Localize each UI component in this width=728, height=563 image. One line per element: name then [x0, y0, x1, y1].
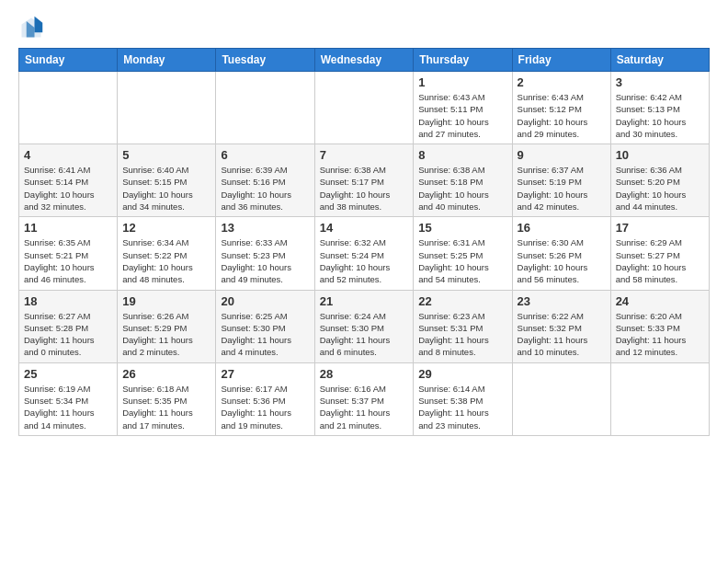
- day-number: 5: [122, 148, 210, 162]
- day-info: Sunrise: 6:17 AM Sunset: 5:36 PM Dayligh…: [221, 383, 309, 431]
- day-info: Sunrise: 6:36 AM Sunset: 5:20 PM Dayligh…: [616, 164, 704, 213]
- day-info: Sunrise: 6:41 AM Sunset: 5:14 PM Dayligh…: [24, 164, 112, 213]
- day-number: 11: [24, 221, 112, 235]
- logo: [18, 15, 48, 40]
- calendar-day-header: Monday: [118, 49, 216, 72]
- calendar-day-header: Tuesday: [216, 49, 314, 72]
- day-number: 20: [221, 294, 309, 308]
- day-info: Sunrise: 6:16 AM Sunset: 5:37 PM Dayligh…: [320, 383, 409, 431]
- day-number: 21: [320, 294, 409, 308]
- day-info: Sunrise: 6:38 AM Sunset: 5:17 PM Dayligh…: [320, 164, 409, 213]
- calendar-day-cell: 13Sunrise: 6:33 AM Sunset: 5:23 PM Dayli…: [216, 217, 314, 290]
- day-info: Sunrise: 6:43 AM Sunset: 5:12 PM Dayligh…: [518, 91, 606, 140]
- calendar-day-cell: 14Sunrise: 6:32 AM Sunset: 5:24 PM Dayli…: [314, 217, 414, 290]
- day-number: 9: [518, 148, 606, 162]
- page-header: [18, 15, 710, 40]
- calendar-day-cell: 18Sunrise: 6:27 AM Sunset: 5:28 PM Dayli…: [19, 290, 118, 362]
- day-info: Sunrise: 6:20 AM Sunset: 5:33 PM Dayligh…: [616, 310, 704, 359]
- day-number: 25: [24, 367, 112, 381]
- calendar-week-row: 11Sunrise: 6:35 AM Sunset: 5:21 PM Dayli…: [19, 217, 710, 290]
- day-info: Sunrise: 6:34 AM Sunset: 5:22 PM Dayligh…: [122, 236, 210, 285]
- day-info: Sunrise: 6:42 AM Sunset: 5:13 PM Dayligh…: [616, 91, 704, 140]
- calendar-day-header: Sunday: [19, 49, 118, 72]
- day-number: 28: [320, 367, 409, 381]
- calendar-table: SundayMondayTuesdayWednesdayThursdayFrid…: [18, 48, 710, 436]
- day-number: 10: [616, 148, 704, 162]
- day-info: Sunrise: 6:24 AM Sunset: 5:30 PM Dayligh…: [320, 310, 409, 359]
- day-number: 23: [518, 294, 606, 308]
- day-number: 7: [320, 148, 409, 162]
- calendar-week-row: 25Sunrise: 6:19 AM Sunset: 5:34 PM Dayli…: [19, 362, 710, 435]
- calendar-day-cell: 22Sunrise: 6:23 AM Sunset: 5:31 PM Dayli…: [414, 290, 512, 362]
- day-info: Sunrise: 6:14 AM Sunset: 5:38 PM Dayligh…: [418, 383, 506, 431]
- calendar-day-cell: 15Sunrise: 6:31 AM Sunset: 5:25 PM Dayli…: [414, 217, 512, 290]
- calendar-day-cell: 28Sunrise: 6:16 AM Sunset: 5:37 PM Dayli…: [314, 362, 414, 435]
- day-number: 1: [418, 75, 506, 89]
- day-number: 17: [616, 221, 704, 235]
- day-number: 13: [221, 221, 309, 235]
- day-number: 22: [418, 294, 506, 308]
- calendar-day-cell: 24Sunrise: 6:20 AM Sunset: 5:33 PM Dayli…: [610, 290, 709, 362]
- calendar-day-cell: [512, 362, 610, 435]
- calendar-day-cell: 3Sunrise: 6:42 AM Sunset: 5:13 PM Daylig…: [610, 72, 709, 144]
- calendar-day-cell: 27Sunrise: 6:17 AM Sunset: 5:36 PM Dayli…: [216, 362, 314, 435]
- day-number: 4: [24, 148, 112, 162]
- day-info: Sunrise: 6:19 AM Sunset: 5:34 PM Dayligh…: [24, 383, 112, 431]
- calendar-day-cell: 1Sunrise: 6:43 AM Sunset: 5:11 PM Daylig…: [414, 72, 512, 144]
- day-number: 3: [616, 75, 704, 89]
- calendar-day-cell: 29Sunrise: 6:14 AM Sunset: 5:38 PM Dayli…: [414, 362, 512, 435]
- calendar-day-cell: 8Sunrise: 6:38 AM Sunset: 5:18 PM Daylig…: [414, 144, 512, 217]
- calendar-week-row: 1Sunrise: 6:43 AM Sunset: 5:11 PM Daylig…: [19, 72, 710, 144]
- calendar-day-cell: 19Sunrise: 6:26 AM Sunset: 5:29 PM Dayli…: [118, 290, 216, 362]
- day-info: Sunrise: 6:37 AM Sunset: 5:19 PM Dayligh…: [518, 164, 606, 213]
- day-info: Sunrise: 6:38 AM Sunset: 5:18 PM Dayligh…: [418, 164, 506, 213]
- calendar-day-cell: 21Sunrise: 6:24 AM Sunset: 5:30 PM Dayli…: [314, 290, 414, 362]
- calendar-day-cell: [610, 362, 709, 435]
- day-number: 14: [320, 221, 409, 235]
- calendar-day-cell: [216, 72, 314, 144]
- svg-marker-1: [35, 17, 43, 33]
- calendar-day-cell: 10Sunrise: 6:36 AM Sunset: 5:20 PM Dayli…: [610, 144, 709, 217]
- calendar-day-cell: 26Sunrise: 6:18 AM Sunset: 5:35 PM Dayli…: [118, 362, 216, 435]
- day-number: 6: [221, 148, 309, 162]
- calendar-day-cell: [118, 72, 216, 144]
- calendar-day-cell: 5Sunrise: 6:40 AM Sunset: 5:15 PM Daylig…: [118, 144, 216, 217]
- calendar-day-cell: 7Sunrise: 6:38 AM Sunset: 5:17 PM Daylig…: [314, 144, 414, 217]
- calendar-day-header: Friday: [512, 49, 610, 72]
- day-number: 24: [616, 294, 704, 308]
- calendar-day-cell: 20Sunrise: 6:25 AM Sunset: 5:30 PM Dayli…: [216, 290, 314, 362]
- calendar-day-cell: [314, 72, 414, 144]
- day-info: Sunrise: 6:29 AM Sunset: 5:27 PM Dayligh…: [616, 236, 704, 285]
- day-info: Sunrise: 6:26 AM Sunset: 5:29 PM Dayligh…: [122, 310, 210, 359]
- day-info: Sunrise: 6:43 AM Sunset: 5:11 PM Dayligh…: [418, 91, 506, 140]
- day-info: Sunrise: 6:23 AM Sunset: 5:31 PM Dayligh…: [418, 310, 506, 359]
- calendar-day-header: Wednesday: [314, 49, 414, 72]
- calendar-week-row: 18Sunrise: 6:27 AM Sunset: 5:28 PM Dayli…: [19, 290, 710, 362]
- calendar-day-cell: 17Sunrise: 6:29 AM Sunset: 5:27 PM Dayli…: [610, 217, 709, 290]
- day-number: 15: [418, 221, 506, 235]
- calendar-day-cell: [19, 72, 118, 144]
- day-info: Sunrise: 6:32 AM Sunset: 5:24 PM Dayligh…: [320, 236, 409, 285]
- day-info: Sunrise: 6:22 AM Sunset: 5:32 PM Dayligh…: [518, 310, 606, 359]
- calendar-day-cell: 11Sunrise: 6:35 AM Sunset: 5:21 PM Dayli…: [19, 217, 118, 290]
- calendar-day-cell: 25Sunrise: 6:19 AM Sunset: 5:34 PM Dayli…: [19, 362, 118, 435]
- calendar-day-header: Thursday: [414, 49, 512, 72]
- day-info: Sunrise: 6:18 AM Sunset: 5:35 PM Dayligh…: [122, 383, 210, 431]
- day-number: 29: [418, 367, 506, 381]
- calendar-day-cell: 16Sunrise: 6:30 AM Sunset: 5:26 PM Dayli…: [512, 217, 610, 290]
- calendar-header-row: SundayMondayTuesdayWednesdayThursdayFrid…: [19, 49, 710, 72]
- calendar-day-cell: 12Sunrise: 6:34 AM Sunset: 5:22 PM Dayli…: [118, 217, 216, 290]
- day-info: Sunrise: 6:40 AM Sunset: 5:15 PM Dayligh…: [122, 164, 210, 213]
- day-number: 18: [24, 294, 112, 308]
- calendar-day-cell: 9Sunrise: 6:37 AM Sunset: 5:19 PM Daylig…: [512, 144, 610, 217]
- day-info: Sunrise: 6:31 AM Sunset: 5:25 PM Dayligh…: [418, 236, 506, 285]
- day-info: Sunrise: 6:25 AM Sunset: 5:30 PM Dayligh…: [221, 310, 309, 359]
- day-info: Sunrise: 6:27 AM Sunset: 5:28 PM Dayligh…: [24, 310, 112, 359]
- logo-icon: [18, 15, 44, 40]
- day-number: 12: [122, 221, 210, 235]
- calendar-day-header: Saturday: [610, 49, 709, 72]
- calendar-day-cell: 4Sunrise: 6:41 AM Sunset: 5:14 PM Daylig…: [19, 144, 118, 217]
- day-number: 26: [122, 367, 210, 381]
- day-info: Sunrise: 6:35 AM Sunset: 5:21 PM Dayligh…: [24, 236, 112, 285]
- day-number: 8: [418, 148, 506, 162]
